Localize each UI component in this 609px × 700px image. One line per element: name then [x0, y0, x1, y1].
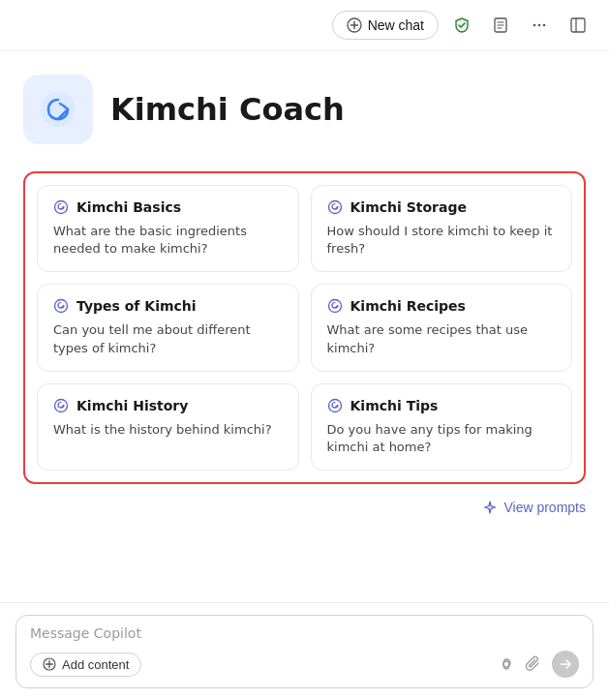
prompt-grid-wrapper: Kimchi Basics What are the basic ingredi…: [23, 171, 586, 484]
svg-point-17: [55, 399, 68, 411]
message-actions: Add content: [30, 651, 579, 678]
agent-header: Kimchi Coach: [23, 75, 586, 144]
prompt-card-1-header: Kimchi Storage: [327, 199, 557, 215]
more-button[interactable]: [524, 10, 555, 41]
message-area: Message Copilot Add content: [0, 602, 609, 700]
prompt-card-0-title: Kimchi Basics: [76, 199, 181, 215]
svg-point-7: [533, 24, 536, 27]
prompt-card-3-icon: [327, 298, 343, 314]
prompt-card-0[interactable]: Kimchi Basics What are the basic ingredi…: [37, 185, 299, 272]
more-icon: [531, 16, 548, 34]
svg-point-22: [503, 661, 509, 667]
svg-point-15: [55, 300, 68, 313]
notes-icon: [492, 16, 509, 34]
prompt-card-0-icon: [53, 199, 69, 215]
add-content-label: Add content: [62, 657, 129, 672]
svg-point-13: [55, 201, 68, 214]
add-content-icon: [43, 657, 56, 671]
svg-point-18: [328, 399, 341, 411]
prompt-card-5-text: Do you have any tips for making kimchi a…: [327, 421, 557, 456]
view-prompts-label: View prompts: [503, 500, 586, 515]
prompt-card-5-icon: [327, 398, 343, 413]
agent-logo: [23, 75, 93, 144]
new-chat-icon: [347, 17, 362, 33]
expand-button[interactable]: [563, 10, 594, 41]
prompt-card-1-title: Kimchi Storage: [350, 199, 467, 215]
prompt-card-2-text: Can you tell me about different types of…: [53, 321, 283, 356]
prompt-card-0-text: What are the basic ingredients needed to…: [53, 223, 283, 258]
agent-title: Kimchi Coach: [110, 91, 345, 128]
message-right-actions: [498, 651, 579, 678]
new-chat-button[interactable]: New chat: [332, 11, 439, 40]
prompt-card-3-header: Kimchi Recipes: [327, 298, 557, 314]
header: New chat: [0, 0, 609, 51]
expand-icon: [569, 16, 587, 34]
prompt-card-3-text: What are some recipes that use kimchi?: [327, 321, 557, 356]
message-placeholder: Message Copilot: [30, 625, 579, 641]
svg-point-16: [328, 300, 341, 313]
view-prompts-button[interactable]: View prompts: [482, 500, 586, 515]
prompt-card-2-title: Types of Kimchi: [76, 298, 197, 314]
prompt-card-4[interactable]: Kimchi History What is the history behin…: [37, 383, 299, 471]
svg-point-14: [328, 201, 341, 214]
prompt-card-5-title: Kimchi Tips: [350, 398, 439, 413]
view-prompts-row: View prompts: [23, 496, 586, 523]
prompt-card-2[interactable]: Types of Kimchi Can you tell me about di…: [37, 284, 299, 371]
add-content-button[interactable]: Add content: [30, 653, 141, 677]
prompt-card-3-title: Kimchi Recipes: [350, 298, 466, 314]
prompt-card-3[interactable]: Kimchi Recipes What are some recipes tha…: [311, 284, 573, 371]
sparkle-icon: [482, 500, 498, 515]
send-button[interactable]: [552, 651, 579, 678]
prompt-card-1[interactable]: Kimchi Storage How should I store kimchi…: [311, 185, 573, 272]
prompt-card-1-icon: [327, 199, 343, 215]
svg-point-9: [543, 24, 546, 27]
prompt-card-0-header: Kimchi Basics: [53, 199, 283, 215]
prompt-card-5[interactable]: Kimchi Tips Do you have any tips for mak…: [311, 383, 573, 471]
prompt-card-2-header: Types of Kimchi: [53, 298, 283, 314]
notes-button[interactable]: [485, 10, 516, 41]
prompt-card-2-icon: [53, 298, 69, 314]
shield-icon: [453, 16, 471, 34]
prompt-card-1-text: How should I store kimchi to keep it fre…: [327, 223, 557, 258]
prompt-card-4-icon: [53, 398, 69, 413]
agent-logo-icon: [37, 88, 79, 131]
prompt-card-4-header: Kimchi History: [53, 398, 283, 413]
main-content: Kimchi Coach Kimchi Basics What are the …: [0, 51, 609, 602]
prompt-grid: Kimchi Basics What are the basic ingredi…: [37, 185, 572, 471]
svg-point-12: [41, 92, 76, 127]
shield-button[interactable]: [446, 10, 477, 41]
svg-point-8: [538, 24, 541, 27]
message-box[interactable]: Message Copilot Add content: [15, 615, 594, 688]
mention-button[interactable]: [498, 655, 515, 673]
prompt-card-4-text: What is the history behind kimchi?: [53, 421, 283, 439]
attach-button[interactable]: [525, 655, 542, 673]
prompt-card-4-title: Kimchi History: [76, 398, 188, 413]
new-chat-label: New chat: [368, 17, 424, 33]
prompt-card-5-header: Kimchi Tips: [327, 398, 557, 413]
svg-rect-10: [571, 18, 585, 32]
